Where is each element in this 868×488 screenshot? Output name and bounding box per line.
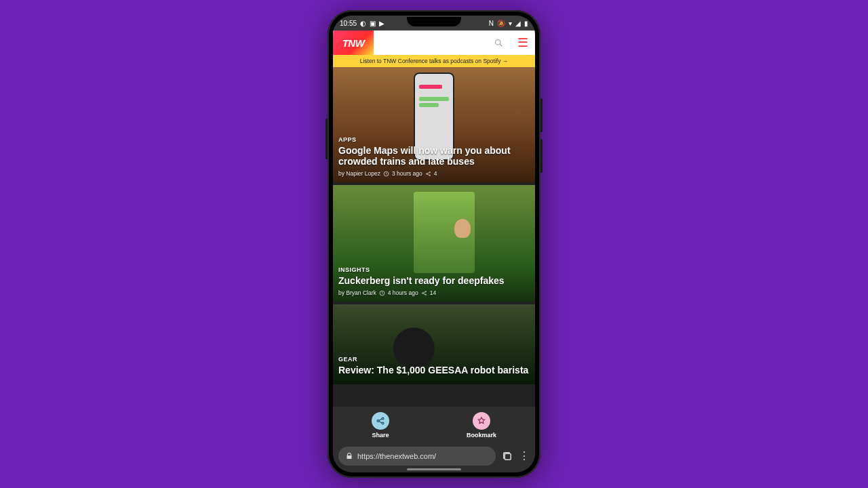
article-shares: 14 — [430, 289, 436, 296]
hamburger-icon: ☰ — [517, 35, 528, 50]
volume-up-button — [540, 98, 542, 132]
svg-point-0 — [495, 39, 500, 45]
article-author: by Bryan Clark — [338, 289, 376, 296]
article-card[interactable]: INSIGHTS Zuckerberg isn't ready for deep… — [333, 185, 535, 302]
browser-action-bar: Share Bookmark — [333, 407, 535, 443]
notch — [407, 17, 461, 26]
url-text: https://thenextweb.com/ — [357, 452, 436, 460]
play-icon: ▶ — [379, 20, 384, 27]
more-icon: ⋮ — [519, 451, 530, 462]
bookmark-circle-icon — [473, 412, 490, 430]
search-icon — [494, 38, 504, 48]
article-image — [414, 192, 475, 273]
battery-icon: ▮ — [524, 20, 528, 27]
promo-banner[interactable]: Listen to TNW Conference talks as podcas… — [333, 55, 535, 67]
wifi-icon: ▾ — [509, 20, 512, 27]
clock-icon — [383, 171, 389, 177]
article-time: 4 hours ago — [388, 289, 418, 296]
lock-icon — [345, 452, 353, 460]
tabs-button[interactable] — [501, 450, 513, 462]
article-card[interactable]: GEAR Review: The $1,000 GEESAA robot bar… — [333, 304, 535, 384]
share-circle-icon — [372, 412, 389, 430]
article-shares: 4 — [434, 170, 437, 177]
address-bar[interactable]: https://thenextweb.com/ — [338, 447, 496, 466]
article-category: GEAR — [338, 356, 530, 363]
tabs-icon — [501, 450, 513, 462]
site-logo[interactable]: TNW — [333, 30, 374, 55]
article-author: by Napier Lopez — [338, 170, 380, 177]
signal-icon: ◢ — [515, 20, 521, 27]
article-title: Zuckerberg isn't ready for deepfakes — [338, 275, 530, 286]
article-title: Review: The $1,000 GEESAA robot barista — [338, 365, 530, 375]
svg-point-8 — [425, 291, 427, 292]
share-action[interactable]: Share — [372, 412, 389, 439]
article-feed[interactable]: APPS Google Maps will now warn you about… — [333, 67, 535, 407]
article-time: 3 hours ago — [392, 170, 422, 177]
svg-point-3 — [426, 173, 427, 174]
power-button — [326, 119, 328, 159]
menu-button[interactable]: ☰ — [511, 30, 535, 55]
article-category: APPS — [338, 136, 530, 143]
bookmark-label: Bookmark — [467, 432, 496, 439]
article-card[interactable]: APPS Google Maps will now warn you about… — [333, 67, 535, 182]
share-icon — [421, 290, 427, 296]
phone-frame: 10:55 ◐ ▣ ▶ N 🔕 ▾ ◢ ▮ TNW ☰ — [328, 10, 540, 478]
site-header: TNW ☰ — [333, 30, 535, 55]
volume-down-button — [540, 139, 542, 173]
svg-point-5 — [429, 175, 431, 176]
article-category: INSIGHTS — [338, 266, 530, 273]
sync-icon: ◐ — [360, 20, 366, 27]
clock-icon — [379, 290, 385, 296]
status-time: 10:55 — [340, 20, 357, 27]
image-icon: ▣ — [370, 20, 376, 27]
share-icon — [425, 171, 431, 177]
screen: 10:55 ◐ ▣ ▶ N 🔕 ▾ ◢ ▮ TNW ☰ — [333, 16, 535, 472]
svg-point-7 — [422, 292, 423, 293]
svg-rect-13 — [505, 453, 511, 460]
nfc-icon: N — [489, 20, 494, 27]
bookmark-action[interactable]: Bookmark — [467, 412, 496, 439]
svg-point-9 — [425, 294, 427, 296]
article-title: Google Maps will now warn you about crow… — [338, 145, 530, 167]
more-button[interactable]: ⋮ — [519, 451, 530, 462]
search-button[interactable] — [486, 30, 511, 55]
site-logo-text: TNW — [342, 37, 365, 49]
mute-icon: 🔕 — [497, 20, 505, 27]
svg-point-4 — [429, 171, 431, 173]
home-indicator[interactable] — [407, 468, 461, 470]
promo-banner-text: Listen to TNW Conference talks as podcas… — [360, 58, 509, 64]
svg-line-1 — [500, 44, 502, 46]
share-label: Share — [372, 432, 389, 439]
